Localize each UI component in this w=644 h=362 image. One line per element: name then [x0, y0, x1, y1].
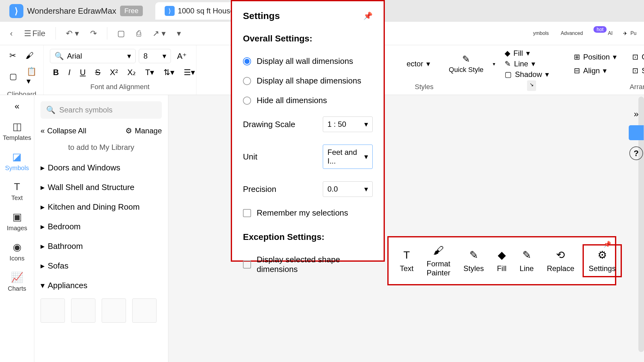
- position-button[interactable]: ⊞ Position ▾: [574, 53, 617, 61]
- thumb-light[interactable]: [102, 298, 126, 323]
- thumb-fan[interactable]: [41, 298, 65, 323]
- font-select[interactable]: 🔍Arial▾: [50, 49, 136, 63]
- collapse-icon: «: [41, 126, 45, 135]
- fill-button[interactable]: ◆ Fill ▾: [505, 49, 549, 58]
- collapse-all-button[interactable]: «Collapse All: [41, 126, 86, 135]
- redo-button[interactable]: ↷: [86, 26, 101, 41]
- export-button[interactable]: ↗ ▾: [149, 26, 169, 41]
- pin-float-icon[interactable]: 📌: [603, 241, 611, 248]
- styles-icon: ✎: [469, 249, 478, 261]
- nav-icons[interactable]: ◉Icons: [10, 241, 25, 262]
- cat-kitchen[interactable]: ▸ Kitchen and Dining Room: [41, 197, 162, 217]
- collapse-rail-icon[interactable]: «: [15, 101, 20, 111]
- quickstyle-label[interactable]: Quick Style: [449, 66, 483, 74]
- nav-text[interactable]: TText: [11, 181, 23, 202]
- settings-title: Settings: [243, 11, 280, 21]
- quickstyle-dd[interactable]: ▾: [493, 61, 495, 67]
- arrangement-label: Arrangement: [630, 83, 644, 91]
- precision-select[interactable]: 0.0▾: [323, 181, 373, 197]
- cat-doors[interactable]: ▸ Doors and Windows: [41, 158, 162, 178]
- nav-rail: « ◫Templates ◪Symbols TText ▣Images ◉Ico…: [0, 95, 34, 362]
- save-button[interactable]: ▢: [114, 26, 129, 41]
- scale-select[interactable]: 1 : 50▾: [323, 117, 373, 132]
- paste-icon[interactable]: 📋▾: [23, 65, 40, 88]
- group-button[interactable]: ⊡ Group ▾: [632, 53, 644, 61]
- quickstyle-icon[interactable]: ✎: [462, 54, 470, 64]
- tab-publish[interactable]: Pu: [629, 28, 638, 39]
- back-button[interactable]: ‹: [6, 26, 17, 41]
- charts-icon: 📈: [11, 271, 23, 283]
- fontsize-select[interactable]: 8▾: [139, 49, 171, 63]
- help-button[interactable]: ?: [629, 146, 643, 160]
- text-settings-button[interactable]: T▾: [142, 66, 157, 79]
- undo-button[interactable]: ↶ ▾: [62, 26, 83, 41]
- cut-icon[interactable]: ✂: [6, 49, 19, 62]
- float-text[interactable]: TText: [395, 246, 419, 276]
- bold-button[interactable]: B: [50, 66, 62, 79]
- size-button[interactable]: ⊡ Size ▾: [632, 66, 644, 75]
- shadow-button[interactable]: ▢ Shadow ▾: [505, 70, 549, 79]
- opt-shape-dimensions[interactable]: Display all shape dimensions: [243, 71, 373, 91]
- settings-panel: Settings 📌 Overall Settings: Display all…: [231, 0, 385, 262]
- nav-symbols[interactable]: ◪Symbols: [5, 151, 29, 172]
- subscript-button[interactable]: X₂: [124, 66, 139, 79]
- expand-right-icon[interactable]: »: [634, 109, 639, 119]
- italic-button[interactable]: I: [65, 66, 74, 79]
- superscript-button[interactable]: X²: [107, 66, 121, 79]
- nav-charts[interactable]: 📈Charts: [8, 271, 26, 292]
- opt-wall-dimensions[interactable]: Display all wall dimensions: [243, 51, 373, 71]
- settings-icon: ⚙: [598, 249, 607, 261]
- float-format-painter[interactable]: 🖌Format Painter: [422, 241, 455, 281]
- exception-checkbox[interactable]: Display selected shape dimensions: [243, 250, 373, 279]
- thumb-mirror[interactable]: [71, 298, 95, 323]
- thumb-antenna[interactable]: [132, 298, 157, 323]
- cat-sofas[interactable]: ▸ Sofas: [41, 256, 162, 276]
- exception-title: Exception Settings:: [243, 232, 373, 242]
- remember-checkbox[interactable]: Remember my selections: [243, 203, 373, 223]
- floating-toolbar: 📌 TText 🖌Format Painter ✎Styles ◆Fill ✎L…: [387, 236, 616, 285]
- nav-images[interactable]: ▣Images: [7, 211, 27, 232]
- line-button[interactable]: ✎ Line ▾: [505, 60, 549, 68]
- nav-templates[interactable]: ◫Templates: [3, 121, 31, 141]
- unit-select[interactable]: Feet and I...▾: [323, 145, 373, 169]
- line-spacing-button[interactable]: ⇅▾: [160, 66, 177, 79]
- search-symbols-input[interactable]: 🔍Search symbols: [41, 101, 162, 119]
- opt-hide-dimensions[interactable]: Hide all dimensions: [243, 91, 373, 110]
- brush-icon[interactable]: 🖌: [22, 49, 37, 62]
- checkbox-icon: [243, 209, 251, 217]
- more-button[interactable]: ▾: [173, 26, 185, 41]
- app-tab: ⟩ Wondershare EdrawMax Free: [3, 1, 149, 21]
- checkbox-icon: [243, 260, 251, 269]
- chevron-down-icon: ▾: [364, 185, 368, 193]
- float-styles[interactable]: ✎Styles: [458, 245, 489, 276]
- library-hint: to add to My Library: [41, 143, 162, 152]
- radio-icon: [243, 77, 251, 85]
- tab-symbols[interactable]: ymbols: [532, 28, 550, 39]
- tab-advanced[interactable]: Advanced: [559, 28, 584, 39]
- cat-bathroom[interactable]: ▸ Bathroom: [41, 236, 162, 256]
- print-button[interactable]: ⎙: [133, 26, 145, 41]
- copy-icon[interactable]: ▢: [6, 70, 20, 83]
- float-line[interactable]: ✎Line: [515, 245, 539, 276]
- strike-button[interactable]: S: [92, 66, 104, 79]
- underline-button[interactable]: U: [77, 66, 89, 79]
- align-button[interactable]: ⊟ Align ▾: [574, 66, 617, 75]
- scale-label: Drawing Scale: [243, 120, 295, 129]
- float-fill[interactable]: ◆Fill: [492, 245, 511, 276]
- float-settings[interactable]: ⚙Settings: [583, 244, 622, 277]
- cat-bedroom[interactable]: ▸ Bedroom: [41, 217, 162, 236]
- manage-button[interactable]: ⚙Manage: [125, 126, 162, 135]
- list-button[interactable]: ☰▾: [181, 66, 198, 79]
- tab-ai[interactable]: AI: [607, 28, 614, 38]
- styles-expand-icon[interactable]: ↘: [527, 80, 536, 91]
- pin-icon[interactable]: 📌: [363, 12, 373, 20]
- file-menu[interactable]: ☰ File: [20, 26, 49, 41]
- float-replace[interactable]: ⟲Replace: [542, 245, 579, 276]
- fontsize-inc-icon[interactable]: A⁺: [174, 50, 190, 63]
- search-icon: 🔍: [55, 52, 64, 60]
- right-panel-tab[interactable]: [629, 125, 644, 140]
- cat-wall[interactable]: ▸ Wall Shell and Structure: [41, 178, 162, 197]
- cat-appliances[interactable]: ▾ Appliances: [41, 276, 162, 295]
- connector-button[interactable]: ector ▾: [407, 60, 430, 68]
- free-badge: Free: [120, 6, 143, 16]
